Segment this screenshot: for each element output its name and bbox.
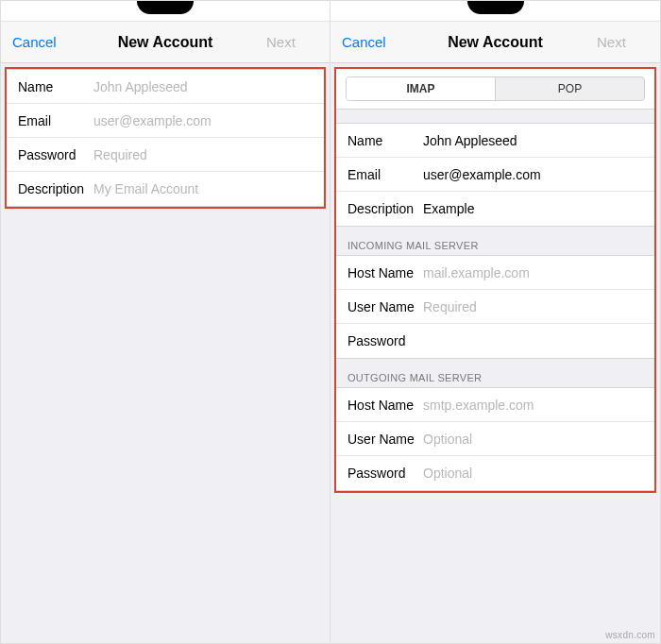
email-field[interactable]: [93, 113, 313, 128]
page-title: New Account: [394, 34, 597, 51]
annotation-box-right: IMAP POP Name Email Description: [334, 67, 656, 493]
incoming-header: Incoming Mail Server: [336, 227, 654, 255]
password-field[interactable]: [93, 147, 313, 162]
incoming-pass-label: Password: [347, 333, 423, 348]
name-label: Name: [18, 79, 93, 94]
email-label: Email: [18, 113, 93, 128]
protocol-segmented: IMAP POP: [346, 76, 645, 101]
email-field[interactable]: [423, 167, 643, 182]
description-row: Description: [7, 172, 324, 206]
outgoing-user-field[interactable]: [423, 432, 643, 447]
outgoing-pass-label: Password: [347, 466, 423, 481]
password-label: Password: [18, 147, 93, 162]
description-row: Description: [336, 192, 654, 226]
outgoing-pass-field[interactable]: [423, 466, 643, 481]
outgoing-group: Host Name User Name Password: [336, 387, 654, 491]
incoming-user-label: User Name: [347, 299, 423, 314]
segment-imap[interactable]: IMAP: [347, 77, 495, 100]
description-label: Description: [18, 181, 93, 196]
email-row: Email: [7, 104, 324, 138]
account-group: Name Email Description: [336, 123, 654, 227]
incoming-user-row: User Name: [336, 290, 654, 324]
incoming-host-row: Host Name: [336, 256, 654, 290]
name-field[interactable]: [423, 133, 643, 148]
description-label: Description: [347, 201, 423, 216]
incoming-user-field[interactable]: [423, 299, 643, 314]
outgoing-header: Outgoing Mail Server: [336, 359, 654, 387]
incoming-host-field[interactable]: [423, 265, 643, 280]
outgoing-host-row: Host Name: [336, 388, 654, 422]
bezel: [330, 1, 660, 22]
name-row: Name: [7, 70, 324, 104]
name-label: Name: [347, 133, 423, 148]
segment-pop[interactable]: POP: [495, 77, 644, 100]
protocol-segmented-wrap: IMAP POP: [336, 69, 654, 110]
page-title: New Account: [64, 34, 266, 51]
screen-right: Cancel New Account Next IMAP POP Name Em…: [330, 0, 661, 644]
outgoing-user-label: User Name: [347, 432, 423, 447]
annotation-box-left: Name Email Password Description: [5, 67, 326, 209]
outgoing-host-label: Host Name: [347, 398, 423, 413]
navbar: Cancel New Account Next: [1, 22, 330, 63]
screen-left: Cancel New Account Next Name Email Passw…: [0, 0, 330, 644]
cancel-button[interactable]: Cancel: [12, 34, 64, 50]
incoming-host-label: Host Name: [347, 265, 423, 280]
description-field[interactable]: [423, 201, 643, 216]
incoming-pass-row: Password: [336, 324, 654, 358]
password-row: Password: [7, 138, 324, 172]
bezel: [1, 1, 330, 22]
outgoing-user-row: User Name: [336, 422, 654, 456]
incoming-pass-field[interactable]: [423, 333, 643, 348]
name-row: Name: [336, 124, 654, 158]
spacer: [336, 110, 654, 123]
next-button[interactable]: Next: [597, 34, 649, 50]
email-row: Email: [336, 158, 654, 192]
description-field[interactable]: [93, 181, 313, 196]
name-field[interactable]: [93, 79, 313, 94]
cancel-button[interactable]: Cancel: [342, 34, 394, 50]
watermark: wsxdn.com: [605, 630, 655, 640]
next-button[interactable]: Next: [266, 34, 318, 50]
email-label: Email: [347, 167, 423, 182]
account-fields-group: Name Email Password Description: [7, 69, 324, 207]
navbar: Cancel New Account Next: [330, 22, 660, 63]
incoming-group: Host Name User Name Password: [336, 255, 654, 359]
outgoing-host-field[interactable]: [423, 398, 643, 413]
outgoing-pass-row: Password: [336, 456, 654, 490]
